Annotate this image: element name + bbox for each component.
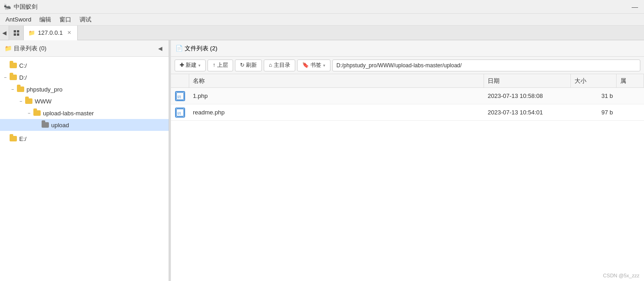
right-panel-title-text: 文件列表 (2): [185, 44, 218, 53]
tree-label-c: C:/: [19, 62, 27, 69]
tab-bar: ◀ 📁 127.0.0.1 ✕: [0, 26, 644, 40]
tree-expander-upload: [34, 121, 41, 129]
home-button-label: ⌂ 主目录: [269, 61, 290, 69]
bookmark-button-label: 🔖 书签: [302, 61, 321, 69]
tab-label: 127.0.0.1: [38, 29, 63, 36]
up-button-label: ↑ 上层: [213, 61, 228, 69]
minimize-button[interactable]: —: [629, 1, 640, 12]
main-content: 📁 目录列表 (0) ◀ C:/ − D:/: [0, 40, 644, 281]
file-icon-2: ⟨/⟩: [171, 108, 189, 118]
file-row[interactable]: ⟨/⟩ 1.php 2023-07-13 10:58:08 31 b: [171, 88, 644, 104]
tree-item-www[interactable]: − WWW: [0, 95, 169, 107]
tree-view: C:/ − D:/ − phpstudy_pro −: [0, 57, 169, 281]
left-panel-folder-icon: 📁: [5, 45, 12, 52]
title-bar-left: 🐜 中国蚁剑: [4, 3, 37, 11]
folder-icon-upload: [41, 122, 49, 128]
col-header-attr: 属: [617, 74, 644, 87]
title-bar: 🐜 中国蚁剑 —: [0, 0, 644, 14]
refresh-button-label: ↻ 刷新: [240, 61, 257, 69]
file-table-header: 名称 日期 大小 属: [171, 74, 644, 88]
tree-label-upload-labs: upload-labs-master: [43, 110, 94, 117]
tree-expander-e: [2, 135, 9, 142]
menu-edit[interactable]: 编辑: [36, 15, 55, 25]
col-header-date: 日期: [484, 74, 571, 87]
left-panel: 📁 目录列表 (0) ◀ C:/ − D:/: [0, 40, 169, 281]
tree-label-d: D:/: [19, 74, 27, 81]
php-icon-1: ⟨/⟩: [175, 91, 185, 101]
col-header-checkbox: [171, 74, 189, 87]
tree-expander-www: −: [17, 97, 25, 105]
svg-rect-0: [14, 30, 16, 32]
svg-rect-3: [17, 33, 19, 36]
folder-icon-c: [9, 62, 17, 69]
svg-rect-1: [17, 30, 19, 32]
file-date-2: 2023-07-13 10:54:01: [484, 109, 571, 116]
menu-debug[interactable]: 调试: [76, 15, 95, 25]
menu-antsword[interactable]: AntSword: [2, 15, 35, 24]
home-button[interactable]: ⌂ 主目录: [264, 59, 295, 71]
tree-item-d-drive[interactable]: − D:/: [0, 71, 169, 83]
folder-icon-upload-labs: [33, 110, 41, 116]
tree-label-www: WWW: [35, 98, 52, 105]
app-icon: 🐜: [4, 3, 11, 11]
tab-collapse-button[interactable]: ◀: [0, 26, 9, 40]
file-size-1: 31 b: [571, 92, 617, 99]
folder-icon-www: [25, 98, 33, 104]
file-date-1: 2023-07-13 10:58:08: [484, 92, 571, 99]
toolbar: ✚ 新建 ▾ ↑ 上层 ↻ 刷新 ⌂ 主目录 🔖 书签 ▾: [171, 57, 644, 74]
file-table: 名称 日期 大小 属 ⟨/⟩ 1.php 2023-07-13 10:58:08: [171, 74, 644, 281]
watermark: CSDN @5x_zzz: [603, 273, 639, 278]
tree-label-upload: upload: [51, 122, 69, 129]
folder-icon-phpstudy: [16, 86, 25, 92]
bookmark-button[interactable]: 🔖 书签 ▾: [297, 59, 330, 71]
new-dropdown-arrow: ▾: [198, 63, 201, 68]
tree-expander-d: −: [2, 74, 9, 81]
tab-grid-button[interactable]: [9, 26, 24, 40]
tree-item-phpstudy[interactable]: − phpstudy_pro: [0, 83, 169, 95]
left-panel-collapse-button[interactable]: ◀: [156, 44, 164, 53]
tree-label-phpstudy: phpstudy_pro: [27, 86, 63, 93]
left-panel-title: 📁 目录列表 (0): [5, 44, 47, 53]
folder-icon-e: [9, 135, 17, 142]
menu-window[interactable]: 窗口: [56, 15, 75, 25]
php-icon-2: ⟨/⟩: [175, 108, 185, 118]
file-size-2: 97 b: [571, 109, 617, 116]
file-name-1: 1.php: [189, 92, 484, 99]
app-title: 中国蚁剑: [14, 3, 37, 11]
menu-bar: AntSword 编辑 窗口 调试: [0, 14, 644, 26]
tree-expander-upload-labs: −: [26, 109, 33, 117]
tree-item-upload[interactable]: upload: [0, 119, 169, 131]
new-button[interactable]: ✚ 新建 ▾: [175, 59, 206, 71]
tree-item-upload-labs[interactable]: − upload-labs-master: [0, 107, 169, 119]
file-name-2: readme.php: [189, 109, 484, 116]
up-button[interactable]: ↑ 上层: [208, 59, 233, 71]
new-button-label: ✚ 新建: [180, 61, 197, 69]
svg-rect-2: [14, 33, 16, 36]
path-input[interactable]: [332, 59, 640, 71]
file-row[interactable]: ⟨/⟩ readme.php 2023-07-13 10:54:01 97 b: [171, 104, 644, 121]
col-header-name: 名称: [189, 74, 484, 87]
bookmark-dropdown-arrow: ▾: [323, 63, 325, 68]
svg-text:⟨/⟩: ⟨/⟩: [177, 112, 181, 115]
tab-close-button[interactable]: ✕: [65, 29, 73, 37]
left-panel-title-text: 目录列表 (0): [14, 44, 47, 53]
folder-icon-d: [9, 74, 17, 81]
file-icon-1: ⟨/⟩: [171, 91, 189, 101]
tree-item-e-drive[interactable]: E:/: [0, 133, 169, 145]
tree-label-e: E:/: [19, 135, 27, 142]
right-panel-file-icon: 📄: [176, 45, 183, 52]
tree-expander-c: [2, 62, 9, 69]
tree-item-c-drive[interactable]: C:/: [0, 59, 169, 71]
tab-127-0-0-1[interactable]: 📁 127.0.0.1 ✕: [24, 26, 78, 40]
right-panel: 📄 文件列表 (2) ✚ 新建 ▾ ↑ 上层 ↻ 刷新 ⌂ 主目录 🔖 书签 ▾: [171, 40, 644, 281]
refresh-button[interactable]: ↻ 刷新: [235, 59, 262, 71]
left-panel-header: 📁 目录列表 (0) ◀: [0, 40, 169, 57]
svg-text:⟨/⟩: ⟨/⟩: [177, 95, 181, 98]
tree-expander-phpstudy: −: [9, 86, 16, 93]
tab-folder-icon: 📁: [28, 30, 35, 36]
col-header-size: 大小: [571, 74, 617, 87]
title-bar-controls: —: [629, 1, 640, 12]
right-panel-header: 📄 文件列表 (2): [171, 40, 644, 57]
